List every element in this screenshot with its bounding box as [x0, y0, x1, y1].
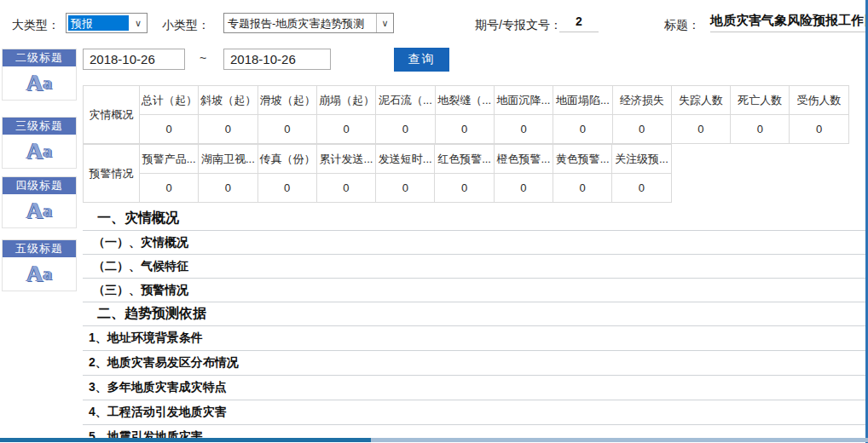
column-header-cell: 传真（份）: [258, 145, 316, 174]
column-header-cell: 死亡人数: [731, 86, 790, 115]
value-cell: 0: [494, 174, 553, 203]
chevron-down-icon[interactable]: ∨: [376, 14, 393, 32]
sidebar-item-heading-level-4[interactable]: 四级标题Aa: [2, 176, 77, 228]
column-header-cell: 黄色预警...: [553, 145, 611, 174]
column-header-cell: 地面塌陷...: [553, 86, 612, 115]
column-header-cell: 地面沉降...: [494, 86, 553, 115]
sidebar-item-label: 三级标题: [3, 118, 76, 135]
value-cell: 0: [435, 174, 494, 203]
value-cell: 0: [494, 115, 553, 144]
value-cell: 0: [790, 115, 848, 144]
column-header-cell: 橙色预警...: [494, 145, 553, 174]
issue-number-label: 期号/专报文号：: [475, 18, 562, 33]
minor-type-select[interactable]: 专题报告-地质灾害趋势预测 ∨: [223, 13, 394, 33]
sidebar-item-heading-level-5[interactable]: 五级标题Aa: [2, 239, 77, 291]
value-cell: 0: [671, 115, 730, 144]
major-type-label: 大类型：: [12, 18, 60, 33]
query-button[interactable]: 查询: [394, 48, 449, 72]
value-cell: 0: [316, 115, 375, 144]
column-header-cell: 崩塌（起）: [316, 86, 375, 115]
summary-table-group: 灾情概况总计（起）斜坡（起）滑坡（起）崩塌（起）泥石流（...地裂缝（...地面…: [83, 85, 849, 144]
table-header-row: 预警情况预警产品...湖南卫视...传真（份）累计发送...发送短时...红色预…: [84, 145, 672, 174]
summary-table-group: 预警情况预警产品...湖南卫视...传真（份）累计发送...发送短时...红色预…: [83, 144, 672, 203]
horizontal-scrollbar[interactable]: [0, 438, 868, 442]
column-header-cell: 累计发送...: [316, 145, 375, 174]
table-value-row: 000000000: [84, 174, 672, 203]
outline-item[interactable]: （二）、气候特征: [83, 255, 865, 279]
title-field[interactable]: 地质灾害气象风险预报工作日报: [710, 13, 865, 32]
column-header-cell: 地裂缝（...: [435, 86, 494, 115]
date-range-separator: ~: [200, 51, 206, 65]
table-header-row: 灾情概况总计（起）斜坡（起）滑坡（起）崩塌（起）泥石流（...地裂缝（...地面…: [84, 86, 849, 115]
font-style-icon-letter: A: [26, 198, 43, 224]
value-cell: 0: [731, 115, 790, 144]
font-style-icon-letter: a: [43, 263, 53, 285]
column-header-cell: 总计（起）: [140, 86, 199, 115]
column-header-cell: 发送短时...: [376, 145, 435, 174]
column-header-cell: 斜坡（起）: [199, 86, 258, 115]
table-value-row: 000000000000: [84, 115, 849, 144]
column-header-cell: 湖南卫视...: [199, 145, 258, 174]
column-header-cell: 滑坡（起）: [258, 86, 316, 115]
sidebar-item-heading-level-3[interactable]: 三级标题Aa: [2, 117, 77, 169]
value-cell: 0: [376, 174, 435, 203]
column-header-cell: 受伤人数: [790, 86, 848, 115]
scrollbar-thumb[interactable]: [0, 438, 371, 442]
sidebar-item-label: 二级标题: [3, 49, 76, 66]
value-cell: 0: [199, 174, 258, 203]
column-header-cell: 预警产品...: [140, 145, 199, 174]
outline-item[interactable]: 3、多年地质灾害成灾特点: [83, 376, 865, 400]
column-header-cell: 关注级预...: [612, 145, 671, 174]
outline-item[interactable]: （一）、灾情概况: [83, 231, 865, 255]
issue-number-field[interactable]: 2: [559, 14, 599, 32]
value-cell: 0: [553, 174, 611, 203]
value-cell: 0: [316, 174, 375, 203]
row-group-header: 预警情况: [84, 145, 140, 203]
outline-item[interactable]: 一、灾情概况: [83, 207, 865, 231]
column-header-cell: 失踪人数: [671, 86, 730, 115]
font-style-icon-letter: A: [26, 70, 43, 96]
outline-item[interactable]: 1、地址环境背景条件: [83, 326, 865, 351]
value-cell: 0: [612, 115, 671, 144]
outline-item[interactable]: （三）、预警情况: [83, 279, 865, 302]
value-cell: 0: [258, 174, 316, 203]
value-cell: 0: [140, 115, 199, 144]
chevron-down-icon[interactable]: ∨: [130, 14, 147, 32]
value-cell: 0: [258, 115, 316, 144]
sidebar-item-label: 四级标题: [3, 177, 76, 194]
font-style-icon-letter: a: [43, 200, 53, 222]
report-editor-window: 大类型： 预报 ∨ 小类型： 专题报告-地质灾害趋势预测 ∨ 期号/专报文号： …: [0, 0, 868, 443]
value-cell: 0: [376, 115, 435, 144]
date-from-field[interactable]: 2018-10-26: [83, 49, 185, 70]
font-style-icon: Aa: [3, 66, 76, 99]
sidebar-item-label: 五级标题: [3, 240, 76, 257]
font-style-icon-letter: a: [43, 141, 53, 162]
font-style-icon: Aa: [3, 135, 76, 167]
scrollbar-track[interactable]: [371, 438, 868, 442]
row-group-header: 灾情概况: [84, 86, 140, 144]
font-style-icon-letter: A: [26, 138, 43, 164]
font-style-icon-letter: A: [26, 261, 43, 287]
minor-type-label: 小类型：: [162, 18, 210, 33]
value-cell: 0: [553, 115, 612, 144]
minor-type-selected-value: 专题报告-地质灾害趋势预测: [224, 14, 376, 32]
outline-item[interactable]: 4、工程活动引发地质灾害: [83, 400, 865, 425]
summary-table: 灾情概况总计（起）斜坡（起）滑坡（起）崩塌（起）泥石流（...地裂缝（...地面…: [83, 85, 849, 203]
column-header-cell: 红色预警...: [435, 145, 494, 174]
sidebar-item-heading-level-2[interactable]: 二级标题Aa: [2, 49, 77, 101]
date-to-field[interactable]: 2018-10-26: [223, 49, 331, 70]
major-type-selected-value: 预报: [68, 15, 129, 31]
outline-item[interactable]: 5、地震引发地质灾害: [83, 425, 865, 439]
column-header-cell: 泥石流（...: [376, 86, 435, 115]
font-style-icon: Aa: [3, 257, 76, 290]
value-cell: 0: [612, 174, 671, 203]
outline-item[interactable]: 2、地质灾害易发区分布情况: [83, 351, 865, 376]
outline-item[interactable]: 二、趋势预测依据: [83, 302, 865, 326]
font-style-icon: Aa: [3, 194, 76, 227]
major-type-select[interactable]: 预报 ∨: [66, 13, 148, 33]
document-outline: 一、灾情概况（一）、灾情概况（二）、气候特征（三）、预警情况二、趋势预测依据1、…: [83, 207, 865, 439]
value-cell: 0: [199, 115, 258, 144]
title-label: 标题：: [664, 18, 700, 33]
value-cell: 0: [140, 174, 199, 203]
font-style-icon-letter: a: [43, 72, 53, 94]
